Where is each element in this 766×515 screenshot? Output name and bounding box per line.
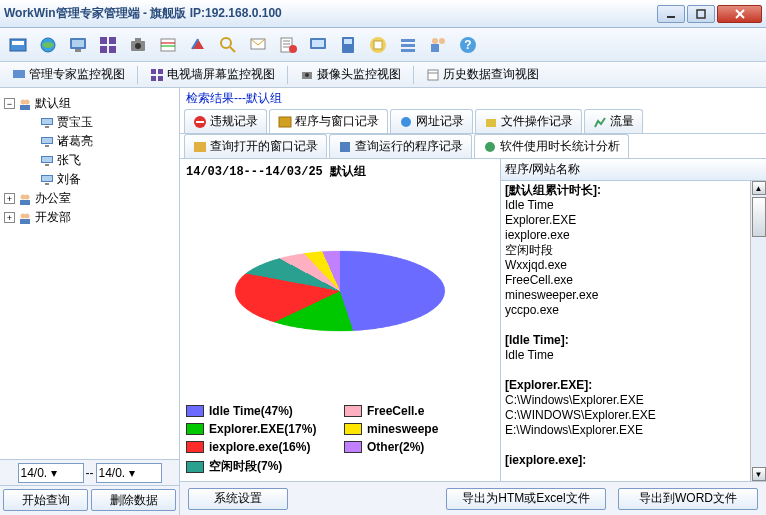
tbtn-6[interactable] [154,31,182,59]
subtab-window-query[interactable]: 查询打开的窗口记录 [184,134,327,158]
tree-member[interactable]: 刘备 [4,170,175,189]
legend-item: Other(2%) [344,440,492,454]
collapse-icon[interactable]: − [4,98,15,109]
tree-root[interactable]: −默认组 [4,94,175,113]
list-item[interactable]: C:\Windows\Explorer.EXE [505,393,762,408]
list-item[interactable]: Idle Time [505,348,762,363]
tbtn-1[interactable] [4,31,32,59]
svg-point-24 [289,45,297,53]
svg-rect-53 [45,126,49,128]
group-icon [18,192,32,206]
view-tab-monitor[interactable]: 管理专家监控视图 [6,64,131,85]
list-item[interactable]: yccpo.exe3 [505,303,762,318]
list-item[interactable]: C:\WINDOWS\Explorer.EXE [505,408,762,423]
tbtn-16[interactable]: ? [454,31,482,59]
tbtn-3[interactable] [64,31,92,59]
tbtn-10[interactable] [274,31,302,59]
dropdown-icon[interactable]: ▾ [125,466,139,480]
legend-item: iexplore.exe(16%) [186,440,334,454]
tab-violation[interactable]: 违规记录 [184,109,267,133]
list-item[interactable]: Idle Time6 [505,198,762,213]
tbtn-13[interactable] [364,31,392,59]
list-group-header: [Idle Time]: [505,333,762,348]
tree-group[interactable]: +开发部 [4,208,175,227]
tree-member[interactable]: 诸葛亮 [4,132,175,151]
pc-icon [40,116,54,130]
list-item[interactable]: Explorer.EXE2 [505,213,762,228]
svg-rect-11 [109,37,116,44]
svg-rect-33 [401,49,415,52]
list-item[interactable]: 空闲时段 [505,243,762,258]
record-tabs-row2: 查询打开的窗口记录 查询运行的程序记录 软件使用时长统计分析 [180,134,766,159]
tree-member[interactable]: 贾宝玉 [4,113,175,132]
svg-point-76 [485,142,495,152]
tab-window-record[interactable]: 程序与窗口记录 [269,109,388,133]
scroll-thumb[interactable] [752,197,766,237]
svg-rect-70 [196,121,204,123]
list-item[interactable]: iexplore.exe2 [505,228,762,243]
tbtn-12[interactable] [334,31,362,59]
tbtn-4[interactable] [94,31,122,59]
date-to[interactable]: 14/0.▾ [96,463,162,483]
expand-icon[interactable]: + [4,212,15,223]
tbtn-9[interactable] [244,31,272,59]
list-header[interactable]: 程序/网站名称 [501,159,766,181]
svg-rect-16 [135,38,141,41]
legend-item: minesweepe [344,422,492,436]
export-word-button[interactable]: 导出到WORD文件 [618,488,758,510]
scrollbar[interactable]: ▲ ▼ [750,181,766,481]
subtab-usage-stats[interactable]: 软件使用时长统计分析 [474,134,629,158]
tbtn-14[interactable] [394,31,422,59]
svg-rect-68 [20,219,30,224]
tab-traffic[interactable]: 流量 [584,109,643,133]
tbtn-8[interactable] [214,31,242,59]
record-tabs-row1: 违规记录 程序与窗口记录 网址记录 文件操作记录 流量 [180,109,766,134]
svg-point-15 [135,43,141,49]
scroll-up-icon[interactable]: ▲ [752,181,766,195]
svg-rect-50 [20,105,30,110]
minimize-button[interactable] [657,5,685,23]
view-tab-tvwall[interactable]: 电视墙屏幕监控视图 [144,64,281,85]
tree-member[interactable]: 张飞 [4,151,175,170]
list-item[interactable]: E:\Windows\Explorer.EXE [505,423,762,438]
tab-file-record[interactable]: 文件操作记录 [475,109,582,133]
export-html-excel-button[interactable]: 导出为HTM或Excel文件 [446,488,606,510]
start-query-button[interactable]: 开始查询 [3,489,88,511]
tbtn-7[interactable] [184,31,212,59]
svg-rect-52 [42,119,52,124]
date-from[interactable]: 14/0.▾ [18,463,84,483]
legend-swatch [186,423,204,435]
tbtn-15[interactable] [424,31,452,59]
list-item[interactable]: Wxxjqd.exe [505,258,762,273]
tab-url-record[interactable]: 网址记录 [390,109,473,133]
view-tab-history[interactable]: 历史数据查询视图 [420,64,545,85]
svg-rect-56 [45,145,49,147]
tbtn-2[interactable] [34,31,62,59]
svg-point-34 [432,38,438,44]
tbtn-5[interactable] [124,31,152,59]
system-settings-button[interactable]: 系统设置 [188,488,288,510]
titlebar: WorkWin管理专家管理端 - 旗舰版 IP:192.168.0.100 [0,0,766,28]
tbtn-11[interactable] [304,31,332,59]
dropdown-icon[interactable]: ▾ [47,466,61,480]
delete-data-button[interactable]: 删除数据 [91,489,176,511]
svg-rect-30 [374,41,382,49]
list-item[interactable]: FreeCell.exe [505,273,762,288]
svg-rect-32 [401,44,415,47]
view-tab-camera[interactable]: 摄像头监控视图 [294,64,407,85]
legend-item: Idle Time(47%) [186,404,334,418]
expand-icon[interactable]: + [4,193,15,204]
tree-group[interactable]: +办公室 [4,189,175,208]
svg-point-45 [305,73,309,77]
svg-rect-58 [42,157,52,162]
list-item[interactable]: minesweeper.exe4 [505,288,762,303]
legend-swatch [186,461,204,473]
subtab-program-query[interactable]: 查询运行的程序记录 [329,134,472,158]
maximize-button[interactable] [687,5,715,23]
svg-point-64 [25,194,30,199]
scroll-down-icon[interactable]: ▼ [752,467,766,481]
close-button[interactable] [717,5,762,23]
pc-icon [40,135,54,149]
svg-rect-17 [161,39,175,51]
svg-text:?: ? [464,38,471,52]
